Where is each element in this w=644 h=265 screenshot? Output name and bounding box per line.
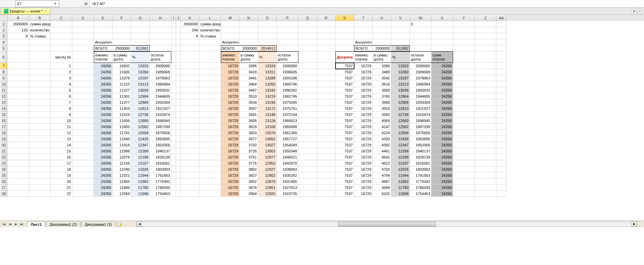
cell[interactable]: 1852056 xyxy=(410,142,431,148)
column-header-V[interactable]: V xyxy=(391,15,410,21)
cell[interactable]: 13113 xyxy=(391,81,410,87)
cell[interactable] xyxy=(496,33,506,39)
cell[interactable]: 24266 xyxy=(94,142,113,148)
nav-prev-button[interactable]: ◀ xyxy=(7,221,13,227)
cell[interactable]: 12403 xyxy=(113,178,131,185)
cell[interactable] xyxy=(176,172,181,178)
cell[interactable] xyxy=(94,21,113,27)
cell[interactable] xyxy=(475,51,496,63)
row-header-6[interactable]: 6 xyxy=(0,51,7,63)
cell[interactable] xyxy=(29,93,51,99)
cell[interactable] xyxy=(72,172,94,178)
cell[interactable] xyxy=(176,148,181,154)
cell[interactable] xyxy=(453,39,475,45)
cell[interactable] xyxy=(298,124,317,130)
cell[interactable]: 1754453 xyxy=(410,191,431,197)
cell[interactable] xyxy=(277,45,298,51)
name-box-dropdown-icon[interactable]: ▾ xyxy=(53,1,57,6)
cell[interactable]: 1978063 xyxy=(150,75,171,81)
cell[interactable] xyxy=(176,105,181,112)
cell[interactable] xyxy=(72,118,94,124)
cell[interactable] xyxy=(181,87,199,93)
cell[interactable]: 12504 xyxy=(391,130,410,136)
cell[interactable] xyxy=(72,87,94,93)
cell[interactable]: 12876 xyxy=(258,178,277,185)
cell[interactable]: ВСЕГО xyxy=(94,45,113,51)
cell[interactable] xyxy=(475,69,496,75)
cell[interactable] xyxy=(354,21,373,27)
cell[interactable]: 11998 xyxy=(113,148,131,154)
cell[interactable]: 4147 xyxy=(373,124,391,130)
cell[interactable]: 13172 xyxy=(258,105,277,112)
cell[interactable]: 2000000 xyxy=(7,21,29,27)
cell[interactable]: 4541 xyxy=(373,154,391,160)
cell[interactable]: 3510 xyxy=(240,93,258,99)
cell[interactable] xyxy=(199,105,221,112)
cell[interactable]: 1816061 xyxy=(150,160,171,166)
cell[interactable] xyxy=(317,160,336,166)
cell[interactable]: 3542 xyxy=(373,75,391,81)
cell[interactable] xyxy=(29,39,51,45)
window-dropdown-button[interactable]: ▾ xyxy=(631,9,637,14)
cell[interactable] xyxy=(496,142,506,148)
cell[interactable]: 11944 xyxy=(391,172,410,178)
cell[interactable] xyxy=(7,142,29,148)
cell[interactable]: 16729 xyxy=(354,148,373,154)
cell[interactable] xyxy=(496,63,506,69)
cell[interactable] xyxy=(176,87,181,93)
cell[interactable] xyxy=(7,75,29,81)
cell[interactable] xyxy=(7,93,29,99)
cell[interactable]: 1946621 xyxy=(277,154,298,160)
cell[interactable] xyxy=(181,63,199,69)
cell[interactable]: 18 xyxy=(51,166,72,172)
cell[interactable]: 24266 xyxy=(94,118,113,124)
cell[interactable] xyxy=(199,172,221,178)
cell[interactable]: 11780 xyxy=(391,185,410,191)
cell[interactable]: 24266 xyxy=(94,105,113,112)
cell[interactable]: 16729 xyxy=(354,142,373,148)
cell[interactable]: 24266 xyxy=(431,93,453,99)
cell[interactable]: 16729 xyxy=(221,93,240,99)
cell[interactable]: 5032 xyxy=(373,191,391,197)
cell[interactable] xyxy=(171,166,176,172)
cell[interactable] xyxy=(475,191,496,197)
cell[interactable] xyxy=(317,105,336,112)
row-header-24[interactable]: 24 xyxy=(0,166,7,172)
cell[interactable] xyxy=(181,178,199,185)
cell[interactable]: 1935292 xyxy=(277,172,298,178)
cell[interactable] xyxy=(373,27,391,33)
row-header-4[interactable]: 4 xyxy=(0,39,7,45)
cell[interactable]: 4622 xyxy=(373,160,391,166)
cell[interactable] xyxy=(453,99,475,105)
cell[interactable] xyxy=(298,160,317,166)
cell[interactable] xyxy=(176,33,181,39)
cell[interactable]: Аннуитетный 10 лет xyxy=(94,39,113,45)
cell[interactable]: 3677 xyxy=(240,136,258,142)
cell[interactable]: 3840 xyxy=(373,99,391,105)
cell[interactable] xyxy=(317,69,336,75)
cell[interactable] xyxy=(373,39,391,45)
cell[interactable] xyxy=(7,45,29,51)
cell[interactable] xyxy=(199,154,221,160)
cell[interactable] xyxy=(29,185,51,191)
new-sheet-button[interactable] xyxy=(116,222,123,226)
cell[interactable]: 16729 xyxy=(354,87,373,93)
cell[interactable]: 1803903 xyxy=(150,166,171,172)
cell[interactable]: 20 xyxy=(51,178,72,185)
row-header-8[interactable]: 8 xyxy=(0,69,7,75)
cell[interactable] xyxy=(298,118,317,124)
cell[interactable] xyxy=(171,99,176,105)
cell[interactable]: 16729 xyxy=(221,99,240,105)
cell[interactable] xyxy=(298,63,317,69)
column-header-K[interactable]: K xyxy=(181,15,199,21)
cell[interactable]: 11606 xyxy=(113,118,131,124)
cell[interactable]: 24266 xyxy=(431,105,453,112)
cell[interactable]: 7537 xyxy=(336,178,354,185)
cell[interactable]: 15 xyxy=(51,148,72,154)
cell[interactable] xyxy=(171,154,176,160)
cell[interactable] xyxy=(496,27,506,33)
cell[interactable]: 11761 xyxy=(113,130,131,136)
cell[interactable] xyxy=(258,33,277,39)
cell[interactable] xyxy=(431,21,453,27)
cell[interactable] xyxy=(453,154,475,160)
